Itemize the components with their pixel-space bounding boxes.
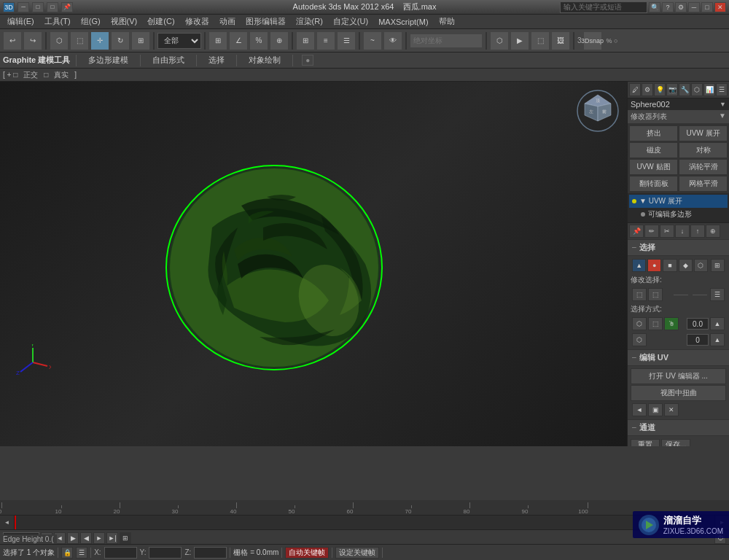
- xyz-btn[interactable]: 3Dsnap: [583, 31, 602, 50]
- tab-object-paint[interactable]: 对象绘制: [243, 54, 286, 66]
- window-minimize[interactable]: ─: [688, 2, 700, 12]
- pinch-btn[interactable]: 磁皮: [629, 142, 678, 158]
- undo-btn[interactable]: ↩: [3, 31, 22, 50]
- menu-edit[interactable]: 编辑(E): [3, 15, 39, 28]
- tab-freeform[interactable]: 自由形式: [147, 54, 190, 66]
- open-editor-btn[interactable]: 打开 UV 编辑器 ...: [631, 368, 726, 384]
- next-frame-btn[interactable]: ►: [93, 532, 105, 544]
- panel-icon-1[interactable]: 🖊: [629, 83, 641, 96]
- border-mode-btn[interactable]: ■: [663, 259, 677, 272]
- menu-group[interactable]: 组(G): [77, 15, 105, 28]
- move-tool[interactable]: ✛: [90, 31, 109, 50]
- named-selection-input[interactable]: [410, 34, 483, 48]
- uv-section-header[interactable]: ─ 编辑 UV: [628, 349, 729, 366]
- select-m1[interactable]: ⬡: [632, 317, 647, 330]
- extrude-btn[interactable]: 挤出: [629, 125, 678, 141]
- search-input[interactable]: [560, 1, 647, 13]
- viewport-shading[interactable]: 真实: [54, 70, 69, 80]
- help-icon[interactable]: ?: [662, 2, 674, 12]
- view-btn[interactable]: 👁: [383, 31, 402, 50]
- select-spin-up[interactable]: ▲: [710, 317, 725, 330]
- menu-graph-editor[interactable]: 图形编辑器: [241, 15, 290, 28]
- maximize-icon[interactable]: □: [47, 2, 58, 12]
- select-extra-btn[interactable]: ⊞: [711, 259, 725, 272]
- select-region-tool[interactable]: ⬚: [70, 31, 89, 50]
- stack-up-btn[interactable]: ↑: [690, 225, 705, 238]
- select-filter-btn[interactable]: ☰: [76, 547, 87, 559]
- stack-edit-btn[interactable]: ✏: [644, 225, 659, 238]
- tab-select[interactable]: 选择: [203, 54, 230, 66]
- redo-btn[interactable]: ↪: [23, 31, 42, 50]
- menu-tools[interactable]: 工具(T): [40, 15, 75, 28]
- uv-icon-3[interactable]: ✕: [664, 403, 679, 416]
- align-btn[interactable]: ≡: [316, 31, 335, 50]
- select-m2[interactable]: ⬚: [648, 317, 663, 330]
- auto-key-btn[interactable]: 自动关键帧: [285, 547, 329, 559]
- tl-scroll-left[interactable]: ◄: [4, 519, 10, 526]
- uv-icon-2[interactable]: ▣: [648, 403, 663, 416]
- grid-flat-btn[interactable]: 网格平滑: [679, 176, 728, 192]
- menu-animation[interactable]: 动画: [215, 15, 240, 28]
- lock-btn[interactable]: 🔒: [61, 547, 73, 559]
- select-m3[interactable]: 🖱: [664, 317, 679, 330]
- menu-render[interactable]: 渲染(R): [292, 15, 327, 28]
- edge-mode-btn[interactable]: ●: [647, 259, 661, 272]
- restore-icon[interactable]: □: [32, 2, 44, 12]
- key-mode-btn[interactable]: ⊞: [120, 532, 131, 544]
- panel-icon-4[interactable]: 📷: [666, 83, 678, 96]
- stack-down-btn[interactable]: ↓: [675, 225, 690, 238]
- name-dropdown-arrow[interactable]: ▼: [720, 101, 726, 108]
- navigation-cube[interactable]: 前 左 顶: [576, 89, 620, 133]
- flip-face-btn[interactable]: 翻转面板: [629, 176, 678, 192]
- vertex-mode-btn[interactable]: ▲: [632, 259, 646, 272]
- object-name-input[interactable]: [631, 100, 703, 109]
- menu-custom[interactable]: 自定义(U): [329, 15, 373, 28]
- select-tool[interactable]: ⬡: [50, 31, 69, 50]
- y-input[interactable]: [149, 547, 182, 559]
- stack-scissor-btn[interactable]: ✂: [660, 225, 674, 238]
- select-num1[interactable]: [687, 318, 709, 330]
- goto-end-btn[interactable]: ►|: [106, 532, 118, 544]
- play-btn[interactable]: ▶: [67, 532, 79, 544]
- z-input[interactable]: [194, 547, 227, 559]
- save-btn[interactable]: 保存...: [661, 439, 690, 446]
- render-btn[interactable]: ▶: [510, 31, 529, 50]
- render-frame-btn[interactable]: ⬚: [531, 31, 550, 50]
- timeline-track[interactable]: [15, 516, 714, 529]
- percent-snap-btn[interactable]: %: [249, 31, 268, 50]
- menu-help[interactable]: 帮助: [434, 15, 459, 28]
- stack-pin-btn[interactable]: 📌: [629, 225, 644, 238]
- menu-modifier[interactable]: 修改器: [181, 15, 214, 28]
- set-key-btn[interactable]: 设定关键帧: [335, 547, 379, 559]
- minimize-icon[interactable]: ─: [17, 2, 29, 12]
- poly-mode-btn[interactable]: ◆: [679, 259, 693, 272]
- uvw-expand-btn[interactable]: UVW 展开: [679, 125, 728, 141]
- symmetry-btn[interactable]: 对称: [679, 142, 728, 158]
- panel-icon-6[interactable]: ⬡: [691, 83, 703, 96]
- select-num2[interactable]: [687, 334, 709, 346]
- select-section-header[interactable]: ─ 选择: [628, 239, 729, 256]
- filter-icon-1[interactable]: ⬚: [632, 288, 647, 301]
- snap-3d-btn[interactable]: ⊞: [208, 31, 227, 50]
- curve-btn[interactable]: ~: [363, 31, 382, 50]
- contour-flat-btn[interactable]: 涡轮平滑: [679, 159, 728, 175]
- panel-icon-7[interactable]: 📊: [703, 83, 715, 96]
- scale-tool[interactable]: ⊞: [131, 31, 150, 50]
- straighten-btn[interactable]: 视图中扭曲: [631, 385, 726, 401]
- stack-add-btn[interactable]: ⊕: [706, 225, 720, 238]
- panel-icon-8[interactable]: ☰: [716, 83, 728, 96]
- layer-btn[interactable]: ☰: [337, 31, 356, 50]
- viewport[interactable]: 前 左 顶 X Y Z: [0, 82, 627, 446]
- reset-uvw-btn[interactable]: 重置 UVW: [631, 439, 660, 446]
- x-input[interactable]: [104, 547, 137, 559]
- element-mode-btn[interactable]: ⬡: [694, 259, 708, 272]
- select-spin-up2[interactable]: ▲: [710, 333, 725, 346]
- panel-icon-2[interactable]: ⚙: [642, 83, 653, 96]
- select-m4[interactable]: ⬡: [632, 333, 647, 346]
- angle-snap-btn[interactable]: ∠: [229, 31, 248, 50]
- panel-icon-3[interactable]: 💡: [654, 83, 666, 96]
- mod-item-uvw[interactable]: ▼ UVW 展开: [629, 195, 728, 208]
- uv-icon-1[interactable]: ◄: [632, 403, 647, 416]
- search-btn[interactable]: 🔍: [649, 2, 660, 12]
- viewport-mode[interactable]: 正交: [23, 70, 38, 80]
